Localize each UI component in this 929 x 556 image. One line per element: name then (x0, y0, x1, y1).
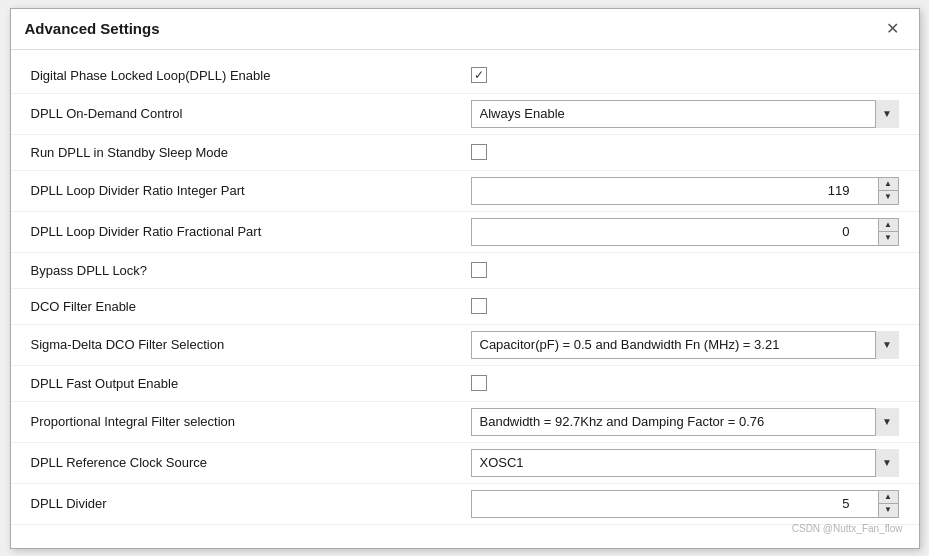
control-dco-filter-enable[interactable] (471, 298, 899, 314)
spinbox-down-dpll-loop-fractional[interactable]: ▼ (879, 231, 898, 245)
control-sigma-delta-dco[interactable]: Capacitor(pF) = 0.5 and Bandwidth Fn (MH… (471, 331, 899, 359)
settings-row-dpll-enable: Digital Phase Locked Loop(DPLL) Enable (11, 58, 919, 94)
dropdown-wrapper-sigma-delta-dco: Capacitor(pF) = 0.5 and Bandwidth Fn (MH… (471, 331, 899, 359)
settings-row-sigma-delta-dco: Sigma-Delta DCO Filter SelectionCapacito… (11, 325, 919, 366)
settings-row-dpll-fast-output: DPLL Fast Output Enable (11, 366, 919, 402)
settings-row-dpll-loop-integer: DPLL Loop Divider Ratio Integer Part▲▼ (11, 171, 919, 212)
label-dpll-ref-clock: DPLL Reference Clock Source (31, 455, 471, 470)
label-run-dpll-standby: Run DPLL in Standby Sleep Mode (31, 145, 471, 160)
dropdown-prop-integral-filter[interactable]: Bandwidth = 92.7Khz and Damping Factor =… (471, 408, 899, 436)
control-dpll-on-demand[interactable]: Always EnableOn Demand▼ (471, 100, 899, 128)
spinbox-down-dpll-loop-integer[interactable]: ▼ (879, 190, 898, 204)
spinbox-buttons-dpll-divider: ▲▼ (879, 490, 899, 518)
control-dpll-fast-output[interactable] (471, 375, 899, 391)
control-bypass-dpll-lock[interactable] (471, 262, 899, 278)
dropdown-sigma-delta-dco[interactable]: Capacitor(pF) = 0.5 and Bandwidth Fn (MH… (471, 331, 899, 359)
title-bar: Advanced Settings ✕ (11, 9, 919, 50)
settings-row-bypass-dpll-lock: Bypass DPLL Lock? (11, 253, 919, 289)
settings-row-dpll-on-demand: DPLL On-Demand ControlAlways EnableOn De… (11, 94, 919, 135)
spinbox-input-dpll-divider[interactable] (471, 490, 879, 518)
spinbox-buttons-dpll-loop-integer: ▲▼ (879, 177, 899, 205)
label-dpll-on-demand: DPLL On-Demand Control (31, 106, 471, 121)
checkbox-bypass-dpll-lock[interactable] (471, 262, 487, 278)
advanced-settings-dialog: Advanced Settings ✕ Digital Phase Locked… (10, 8, 920, 549)
settings-row-dpll-loop-fractional: DPLL Loop Divider Ratio Fractional Part▲… (11, 212, 919, 253)
spinbox-buttons-dpll-loop-fractional: ▲▼ (879, 218, 899, 246)
spinbox-up-dpll-loop-fractional[interactable]: ▲ (879, 219, 898, 232)
label-dpll-enable: Digital Phase Locked Loop(DPLL) Enable (31, 68, 471, 83)
control-prop-integral-filter[interactable]: Bandwidth = 92.7Khz and Damping Factor =… (471, 408, 899, 436)
dropdown-dpll-ref-clock[interactable]: XOSC1XOSC0GCLK (471, 449, 899, 477)
label-prop-integral-filter: Proportional Integral Filter selection (31, 414, 471, 429)
control-dpll-loop-fractional[interactable]: ▲▼ (471, 218, 899, 246)
settings-row-prop-integral-filter: Proportional Integral Filter selectionBa… (11, 402, 919, 443)
label-dpll-divider: DPLL Divider (31, 496, 471, 511)
label-sigma-delta-dco: Sigma-Delta DCO Filter Selection (31, 337, 471, 352)
settings-row-dpll-divider: DPLL Divider▲▼ (11, 484, 919, 525)
label-dpll-fast-output: DPLL Fast Output Enable (31, 376, 471, 391)
control-dpll-enable[interactable] (471, 67, 899, 83)
settings-content: Digital Phase Locked Loop(DPLL) EnableDP… (11, 50, 919, 548)
dialog-title: Advanced Settings (25, 20, 160, 37)
label-dpll-loop-fractional: DPLL Loop Divider Ratio Fractional Part (31, 224, 471, 239)
dropdown-wrapper-dpll-ref-clock: XOSC1XOSC0GCLK▼ (471, 449, 899, 477)
dropdown-wrapper-prop-integral-filter: Bandwidth = 92.7Khz and Damping Factor =… (471, 408, 899, 436)
spinbox-down-dpll-divider[interactable]: ▼ (879, 503, 898, 517)
spinbox-wrapper-dpll-loop-integer: ▲▼ (471, 177, 899, 205)
control-dpll-divider[interactable]: ▲▼ (471, 490, 899, 518)
settings-row-dpll-ref-clock: DPLL Reference Clock SourceXOSC1XOSC0GCL… (11, 443, 919, 484)
dropdown-wrapper-dpll-on-demand: Always EnableOn Demand▼ (471, 100, 899, 128)
watermark: CSDN @Nuttx_Fan_flow (3, 521, 911, 536)
control-dpll-ref-clock[interactable]: XOSC1XOSC0GCLK▼ (471, 449, 899, 477)
spinbox-input-dpll-loop-fractional[interactable] (471, 218, 879, 246)
dropdown-dpll-on-demand[interactable]: Always EnableOn Demand (471, 100, 899, 128)
close-button[interactable]: ✕ (880, 19, 905, 39)
checkbox-dco-filter-enable[interactable] (471, 298, 487, 314)
checkbox-run-dpll-standby[interactable] (471, 144, 487, 160)
spinbox-input-dpll-loop-integer[interactable] (471, 177, 879, 205)
label-bypass-dpll-lock: Bypass DPLL Lock? (31, 263, 471, 278)
spinbox-up-dpll-divider[interactable]: ▲ (879, 491, 898, 504)
control-dpll-loop-integer[interactable]: ▲▼ (471, 177, 899, 205)
spinbox-wrapper-dpll-loop-fractional: ▲▼ (471, 218, 899, 246)
settings-row-run-dpll-standby: Run DPLL in Standby Sleep Mode (11, 135, 919, 171)
spinbox-up-dpll-loop-integer[interactable]: ▲ (879, 178, 898, 191)
label-dpll-loop-integer: DPLL Loop Divider Ratio Integer Part (31, 183, 471, 198)
label-dco-filter-enable: DCO Filter Enable (31, 299, 471, 314)
control-run-dpll-standby[interactable] (471, 144, 899, 160)
checkbox-dpll-enable[interactable] (471, 67, 487, 83)
checkbox-dpll-fast-output[interactable] (471, 375, 487, 391)
settings-row-dco-filter-enable: DCO Filter Enable (11, 289, 919, 325)
spinbox-wrapper-dpll-divider: ▲▼ (471, 490, 899, 518)
